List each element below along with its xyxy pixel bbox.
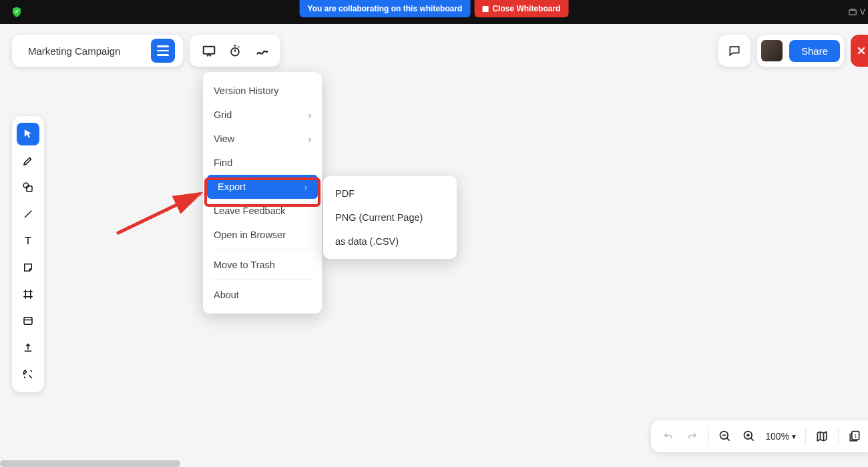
- menu-leave-feedback[interactable]: Leave Feedback: [203, 199, 322, 223]
- menu-export[interactable]: Export›: [207, 175, 318, 199]
- chevron-right-icon: ›: [308, 134, 311, 144]
- zoom-out-button[interactable]: [717, 428, 733, 444]
- svg-rect-3: [27, 186, 32, 191]
- share-button-label: Share: [801, 45, 828, 57]
- separator: [708, 428, 709, 445]
- minimap-button[interactable]: [814, 428, 830, 444]
- menu-move-to-trash[interactable]: Move to Trash: [203, 253, 322, 277]
- menu-about[interactable]: About: [203, 283, 322, 307]
- svg-rect-5: [24, 318, 32, 325]
- zoom-in-button[interactable]: [741, 428, 757, 444]
- zoom-level[interactable]: 100% ▼: [765, 431, 797, 442]
- scribble-icon[interactable]: [255, 44, 268, 57]
- present-icon[interactable]: [202, 44, 215, 57]
- export-pdf[interactable]: PDF: [323, 181, 457, 205]
- svg-point-2: [232, 48, 240, 56]
- frame-tool[interactable]: [17, 283, 39, 306]
- topbar-right-label: V: [860, 7, 865, 17]
- share-button[interactable]: Share: [789, 40, 840, 62]
- export-png[interactable]: PNG (Current Page): [323, 205, 457, 229]
- tool-sidebar: [12, 116, 44, 392]
- shield-icon: [11, 6, 23, 18]
- more-tools[interactable]: [17, 363, 39, 386]
- pages-button[interactable]: 1: [847, 428, 863, 444]
- comments-button[interactable]: [718, 35, 750, 67]
- menu-grid[interactable]: Grid›: [203, 103, 322, 127]
- svg-line-6: [117, 193, 200, 234]
- menu-open-in-browser[interactable]: Open in Browser: [203, 223, 322, 247]
- separator: [838, 428, 839, 445]
- menu-divider: [210, 250, 315, 250]
- app-topbar: You are collaborating on this whiteboard…: [0, 0, 868, 24]
- menu-version-history[interactable]: Version History: [203, 79, 322, 103]
- chevron-right-icon: ›: [304, 182, 307, 192]
- export-submenu: PDF PNG (Current Page) as data (.CSV): [323, 176, 457, 259]
- stop-icon: [482, 6, 488, 12]
- svg-rect-0: [849, 10, 857, 15]
- sticky-note-tool[interactable]: [17, 256, 39, 279]
- line-tool[interactable]: [17, 203, 39, 225]
- collab-banner[interactable]: You are collaborating on this whiteboard: [300, 0, 471, 17]
- shapes-tool[interactable]: [17, 176, 39, 199]
- share-card: Share: [757, 35, 844, 67]
- header-right: Share: [718, 35, 868, 67]
- undo-button[interactable]: [660, 428, 676, 444]
- close-whiteboard-button[interactable]: Close Whiteboard: [474, 0, 568, 17]
- pen-tool[interactable]: [17, 149, 39, 172]
- main-menu-button[interactable]: [151, 39, 175, 63]
- whiteboard-title[interactable]: Marketing Campaign: [28, 45, 120, 57]
- collab-banner-label: You are collaborating on this whiteboard: [308, 4, 463, 13]
- text-tool[interactable]: [17, 229, 39, 252]
- bottom-toolbar: 100% ▼ 1: [651, 420, 868, 452]
- timer-icon[interactable]: [228, 44, 242, 57]
- upload-tool[interactable]: [17, 336, 39, 359]
- svg-text:1: 1: [854, 433, 857, 439]
- main-menu-dropdown: Version History Grid› View› Find Export›…: [203, 72, 322, 314]
- header-left: Marketing Campaign: [12, 35, 280, 67]
- separator: [805, 428, 806, 445]
- horizontal-scrollbar[interactable]: [0, 460, 180, 467]
- menu-find[interactable]: Find: [203, 151, 322, 175]
- template-tool[interactable]: [17, 310, 39, 332]
- close-whiteboard-label: Close Whiteboard: [492, 4, 560, 13]
- redo-button[interactable]: [684, 428, 700, 444]
- title-card: Marketing Campaign: [12, 35, 183, 67]
- caret-down-icon: ▼: [791, 433, 797, 440]
- chevron-right-icon: ›: [308, 110, 311, 120]
- select-tool[interactable]: [17, 123, 39, 145]
- menu-divider: [210, 280, 315, 280]
- menu-view[interactable]: View›: [203, 127, 322, 151]
- export-csv[interactable]: as data (.CSV): [323, 229, 457, 254]
- user-avatar[interactable]: [761, 40, 783, 61]
- topbar-right: V: [848, 7, 865, 17]
- header-tools: [190, 35, 280, 67]
- close-panel-button[interactable]: [851, 35, 868, 67]
